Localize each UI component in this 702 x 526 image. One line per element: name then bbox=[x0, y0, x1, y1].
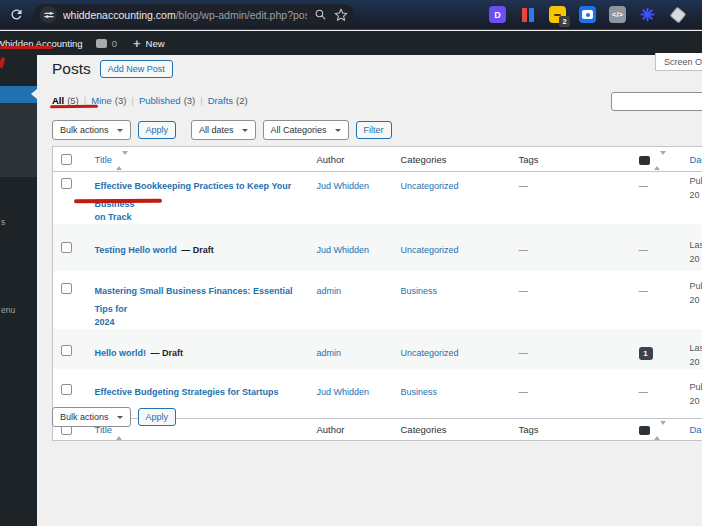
column-author: Author bbox=[317, 154, 345, 165]
filter-button[interactable]: Filter bbox=[356, 121, 392, 139]
search-posts-input[interactable] bbox=[611, 92, 702, 111]
post-title-link[interactable]: Testing Hello world bbox=[95, 245, 177, 255]
view-drafts-label: Drafts bbox=[208, 95, 233, 106]
post-state: — Draft bbox=[150, 348, 183, 358]
bulk-actions-label: Bulk actions bbox=[60, 412, 109, 422]
comment-count-badge[interactable]: 1 bbox=[639, 347, 653, 360]
add-new-post-button[interactable]: Add New Post bbox=[100, 60, 173, 78]
red-underline-annotation bbox=[74, 199, 162, 203]
extensions-row: D 2 </> bbox=[489, 6, 686, 23]
extension-note-icon[interactable] bbox=[669, 6, 686, 23]
view-mine[interactable]: Mine(3) bbox=[91, 95, 139, 106]
column-date[interactable]: Date bbox=[690, 154, 702, 165]
view-drafts-count: (2) bbox=[236, 95, 248, 106]
date-value: 20 bbox=[690, 189, 702, 203]
category-link[interactable]: Business bbox=[401, 286, 438, 296]
page-title-row: Posts Add New Post bbox=[52, 60, 173, 78]
view-mine-count: (3) bbox=[115, 95, 127, 106]
tablenav-top: Bulk actions Apply All dates All Categor… bbox=[52, 120, 392, 140]
screen: whiddenaccounting.com/blog/wp-admin/edit… bbox=[0, 0, 702, 526]
row-checkbox[interactable] bbox=[61, 384, 72, 395]
bookmark-star-icon[interactable] bbox=[334, 8, 348, 22]
extension-d-label: D bbox=[494, 10, 501, 20]
category-link[interactable]: Uncategorized bbox=[401, 348, 459, 358]
view-drafts[interactable]: Drafts(2) bbox=[208, 95, 248, 106]
sort-arrows-icon bbox=[654, 425, 666, 436]
extension-code-icon[interactable]: </> bbox=[609, 6, 626, 23]
sidebar-collapse-menu-fragment[interactable]: enu bbox=[1, 305, 15, 315]
posts-submenu-panel[interactable] bbox=[0, 103, 37, 177]
row-checkbox[interactable] bbox=[61, 178, 72, 189]
categories-filter-select[interactable]: All Categories bbox=[263, 120, 349, 140]
search-icon[interactable] bbox=[314, 8, 327, 21]
apply-button[interactable]: Apply bbox=[138, 408, 177, 426]
chevron-down-icon bbox=[335, 129, 341, 135]
comments-column-icon[interactable] bbox=[639, 156, 650, 165]
post-title-link[interactable]: Effective Budgeting Strategies for Start… bbox=[95, 387, 279, 397]
comments-value: — bbox=[639, 244, 649, 255]
dates-filter-select[interactable]: All dates bbox=[191, 120, 256, 140]
sort-arrows-icon bbox=[654, 155, 666, 166]
column-author: Author bbox=[317, 424, 345, 435]
extension-camera-icon[interactable] bbox=[579, 6, 596, 23]
bulk-actions-label: Bulk actions bbox=[60, 125, 109, 135]
red-underline-annotation bbox=[0, 46, 53, 49]
tablenav-bottom: Bulk actions Apply bbox=[52, 407, 176, 427]
view-published-label: Published bbox=[139, 95, 181, 106]
sidebar-label-fragment[interactable]: s bbox=[1, 217, 5, 227]
category-link[interactable]: Uncategorized bbox=[401, 181, 459, 191]
extension-d-icon[interactable]: D bbox=[489, 6, 506, 23]
bulk-actions-select[interactable]: Bulk actions bbox=[52, 120, 131, 140]
site-info-icon[interactable] bbox=[40, 6, 57, 23]
select-all-checkbox[interactable] bbox=[61, 154, 72, 165]
extension-bars-icon[interactable] bbox=[519, 6, 536, 23]
screen-options-tab[interactable]: Screen Options bbox=[655, 53, 702, 71]
apply-button[interactable]: Apply bbox=[138, 121, 177, 139]
url-path: /blog/wp-admin/edit.php?post_type=post bbox=[176, 9, 307, 21]
date-value: 20 bbox=[690, 253, 702, 267]
address-bar[interactable]: whiddenaccounting.com/blog/wp-admin/edit… bbox=[34, 4, 354, 26]
bulk-actions-select[interactable]: Bulk actions bbox=[52, 407, 131, 427]
column-title[interactable]: Title bbox=[95, 154, 113, 165]
posts-table: Title Author Categories Tags Date Effect… bbox=[52, 146, 702, 441]
comments-value: — bbox=[639, 285, 649, 296]
author-link[interactable]: admin bbox=[317, 286, 342, 296]
chevron-down-icon bbox=[242, 129, 248, 135]
url-text[interactable]: whiddenaccounting.com/blog/wp-admin/edit… bbox=[63, 9, 307, 21]
active-arrow bbox=[31, 89, 37, 99]
author-link[interactable]: admin bbox=[317, 348, 342, 358]
author-link[interactable]: Jud Whidden bbox=[317, 181, 370, 191]
post-title-link[interactable]: Hello world! bbox=[95, 348, 147, 358]
column-date[interactable]: Date bbox=[690, 424, 702, 435]
dates-filter-label: All dates bbox=[199, 125, 234, 135]
date-value: 20 bbox=[690, 356, 702, 370]
column-tags: Tags bbox=[519, 424, 539, 435]
view-published[interactable]: Published(3) bbox=[139, 95, 208, 106]
url-domain: whiddenaccounting.com bbox=[63, 9, 176, 21]
row-checkbox[interactable] bbox=[61, 345, 72, 356]
category-link[interactable]: Uncategorized bbox=[401, 245, 459, 255]
comments-value: — bbox=[639, 386, 649, 397]
extension-burst-icon[interactable] bbox=[639, 6, 656, 23]
row-checkbox[interactable] bbox=[61, 242, 72, 253]
plus-icon: + bbox=[133, 37, 141, 50]
comments-column-icon[interactable] bbox=[639, 426, 650, 435]
tags-value: — bbox=[519, 285, 529, 296]
reload-icon[interactable] bbox=[9, 7, 24, 22]
date-value: 20 bbox=[690, 294, 702, 308]
admin-bar-new[interactable]: + New bbox=[133, 37, 165, 50]
page-title: Posts bbox=[52, 60, 91, 78]
author-link[interactable]: Jud Whidden bbox=[317, 387, 370, 397]
row-checkbox[interactable] bbox=[61, 283, 72, 294]
category-link[interactable]: Business bbox=[401, 387, 438, 397]
view-published-count: (3) bbox=[184, 95, 196, 106]
sidebar-item-posts[interactable] bbox=[0, 86, 37, 103]
date-status: Published bbox=[690, 175, 702, 189]
wp-sidebar: s enu bbox=[0, 55, 37, 526]
post-title-link[interactable]: Mastering Small Business Finances: Essen… bbox=[95, 286, 305, 329]
extension-yellow-icon[interactable]: 2 bbox=[549, 6, 566, 23]
categories-filter-label: All Categories bbox=[271, 125, 327, 135]
admin-bar-comments[interactable]: 0 bbox=[96, 38, 117, 49]
author-link[interactable]: Jud Whidden bbox=[317, 245, 370, 255]
post-title-link[interactable]: Effective Bookkeeping Practices to Keep … bbox=[95, 181, 305, 224]
